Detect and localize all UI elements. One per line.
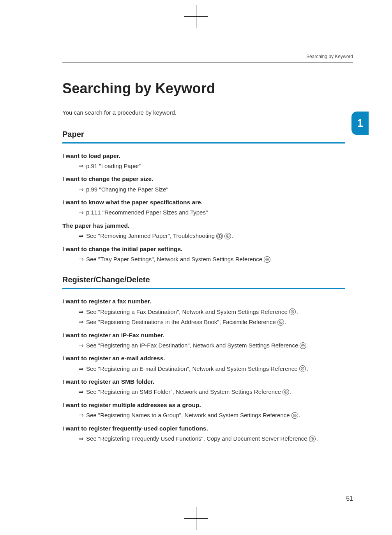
topic: I want to register a fax number.⇒See "Re… [62,297,345,326]
cd-icon [289,308,296,315]
topic-label: I want to change the initial paper setti… [62,244,345,253]
svg-point-12 [302,368,303,369]
book-icon [216,233,223,239]
cd-icon [283,389,289,395]
crop-mark [8,22,23,22]
reference-text: See "Registering Frequently Used Functio… [86,434,307,443]
reference-text: See "Registering Destinations in the Add… [86,318,276,327]
topic: I want to know what the paper specificat… [62,198,345,217]
section: PaperI want to load paper.⇒p.91 "Loading… [62,128,345,264]
reference-suffix: . [307,341,309,350]
svg-point-11 [301,367,304,370]
reference-text: See "Registering an E-mail Destination",… [86,365,298,374]
topic: I want to load paper.⇒p.91 "Loading Pape… [62,151,345,171]
topic-label: I want to know what the paper specificat… [62,198,345,207]
page-content: Searching by Keyword You can search for … [62,78,345,453]
svg-point-10 [303,345,304,346]
reference-text: See "Tray Paper Settings", Network and S… [86,255,262,264]
reference-line: ⇒See "Registering Frequently Used Functi… [79,434,345,443]
topic-label: I want to register multiple addresses as… [62,400,345,409]
arrow-icon: ⇒ [79,308,84,317]
svg-point-7 [279,321,282,324]
reference-suffix: . [285,318,286,327]
topic-label: I want to register a fax number. [62,297,345,306]
running-head-rule [62,62,353,63]
reference-suffix: . [316,434,318,443]
svg-point-3 [266,258,269,261]
svg-point-14 [285,392,286,392]
reference-line: ⇒p.111 "Recommended Paper Sizes and Type… [79,208,345,217]
topic: I want to change the initial paper setti… [62,244,345,264]
svg-point-17 [311,437,314,440]
svg-point-2 [227,236,228,236]
reference-suffix: . [299,411,300,420]
reference-line: ⇒See "Registering an IP-Fax Destination"… [79,341,345,350]
intro-text: You can search for a procedure by keywor… [62,108,345,117]
arrow-icon: ⇒ [79,208,84,217]
reference-line: ⇒See "Registering Destinations in the Ad… [79,318,345,327]
topic-label: I want to change the paper size. [62,174,345,183]
topic-label: I want to register an IP-Fax number. [62,331,345,340]
reference-line: ⇒See "Removing Jammed Paper", Troublesho… [79,232,345,241]
topic: I want to change the paper size.⇒p.99 "C… [62,174,345,194]
reference-text: p.99 "Changing the Paper Size" [86,185,168,194]
topic-label: I want to load paper. [62,151,345,160]
reference-suffix: . [307,365,308,374]
topic: I want to register an e-mail address.⇒Se… [62,354,345,373]
arrow-icon: ⇒ [79,365,84,374]
arrow-icon: ⇒ [79,388,84,397]
arrow-icon: ⇒ [79,341,84,350]
svg-point-15 [293,414,296,417]
reference-text: See "Registering an SMB Folder", Network… [86,388,281,397]
reference-line: ⇒See "Registering an E-mail Destination"… [79,365,345,374]
svg-point-4 [267,259,267,260]
running-head: Searching by Keyword [306,54,353,59]
reference-text: See "Removing Jammed Paper", Troubleshoo… [86,232,215,241]
svg-point-1 [226,234,230,237]
reference-suffix: . [297,308,298,317]
arrow-icon: ⇒ [79,162,84,171]
svg-point-9 [302,344,305,347]
topic-label: I want to register an e-mail address. [62,354,345,363]
reference-line: ⇒p.99 "Changing the Paper Size" [79,185,345,194]
cd-icon [309,436,316,442]
reference-line: ⇒See "Tray Paper Settings", Network and … [79,255,345,264]
crop-mark [22,512,22,527]
reference-text: See "Registering a Fax Destination", Net… [86,308,288,317]
arrow-icon: ⇒ [79,434,84,443]
cd-icon [300,342,306,349]
crop-mark [370,8,370,23]
cd-icon [291,412,298,419]
reference-line: ⇒See "Registering an SMB Folder", Networ… [79,388,345,397]
reference-line: ⇒See "Registering a Fax Destination", Ne… [79,308,345,317]
cd-icon [299,365,306,372]
arrow-icon: ⇒ [79,318,84,327]
section-heading: Paper [62,128,345,143]
crop-mark [369,513,384,513]
svg-point-6 [292,312,293,312]
section: Register/Change/DeleteI want to register… [62,274,345,443]
cd-icon [224,233,231,239]
arrow-icon: ⇒ [79,411,84,420]
topic: I want to register an SMB folder.⇒See "R… [62,377,345,397]
topic-label: I want to register an SMB folder. [62,377,345,386]
topic: I want to register frequently-used copie… [62,424,345,443]
topic: The paper has jammed.⇒See "Removing Jamm… [62,221,345,241]
reference-suffix: . [232,232,233,241]
topic-label: I want to register frequently-used copie… [62,424,345,433]
crop-mark [22,8,22,23]
reference-text: See "Registering Names to a Group", Netw… [86,411,290,420]
cd-icon [277,319,284,326]
crop-mark [8,513,23,513]
arrow-icon: ⇒ [79,185,84,194]
reference-text: p.111 "Recommended Paper Sizes and Types… [86,208,208,217]
svg-point-18 [312,438,313,439]
reference-text: See "Registering an IP-Fax Destination",… [86,341,298,350]
arrow-icon: ⇒ [79,255,84,264]
page-title: Searching by Keyword [62,78,345,99]
section-heading: Register/Change/Delete [62,274,345,289]
topic: I want to register an IP-Fax number.⇒See… [62,331,345,350]
svg-point-8 [280,322,281,322]
topic-label: The paper has jammed. [62,221,345,230]
reference-text: p.91 "Loading Paper" [86,162,141,171]
